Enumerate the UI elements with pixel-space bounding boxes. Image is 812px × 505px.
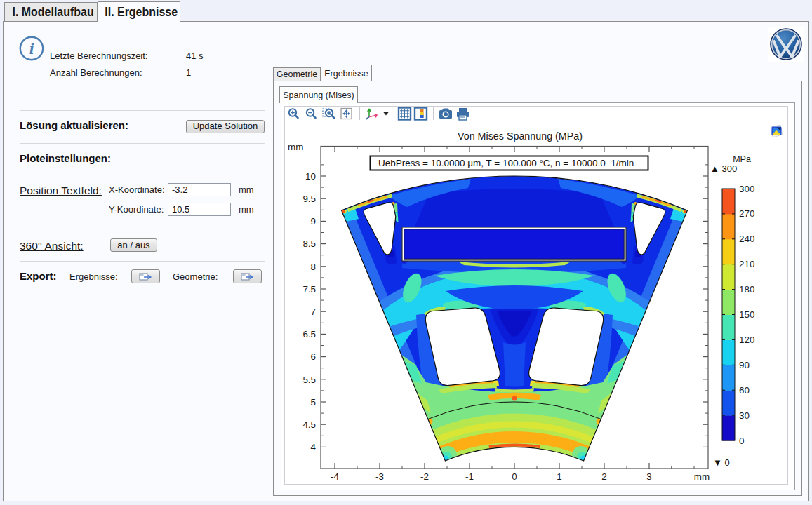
svg-text:7.5: 7.5 <box>302 284 316 295</box>
svg-text:UebPress = 10.0000 μm, T = 100: UebPress = 10.0000 μm, T = 100.000 °C, n… <box>378 158 634 168</box>
svg-text:120: 120 <box>739 335 754 345</box>
svg-text:-4: -4 <box>331 471 339 482</box>
svg-text:mm: mm <box>694 471 710 482</box>
svg-text:-3: -3 <box>375 471 384 482</box>
svg-text:4: 4 <box>311 442 317 452</box>
svg-text:-2: -2 <box>420 471 429 482</box>
svg-text:1: 1 <box>557 471 561 482</box>
svg-text:9.5: 9.5 <box>302 194 316 204</box>
svg-text:7: 7 <box>311 307 316 317</box>
svg-text:240: 240 <box>739 234 754 244</box>
svg-text:0: 0 <box>512 471 517 482</box>
svg-text:150: 150 <box>739 309 754 320</box>
svg-text:270: 270 <box>739 208 754 219</box>
svg-text:10: 10 <box>305 171 316 182</box>
svg-text:6: 6 <box>311 351 316 362</box>
svg-text:60: 60 <box>739 385 750 396</box>
svg-text:5: 5 <box>311 397 316 408</box>
svg-text:5.5: 5.5 <box>302 375 316 385</box>
svg-text:▲ 300: ▲ 300 <box>710 163 737 174</box>
svg-text:90: 90 <box>739 360 750 370</box>
svg-text:0: 0 <box>739 436 744 446</box>
svg-text:Von Mises Spannung (MPa): Von Mises Spannung (MPa) <box>458 130 583 142</box>
svg-text:8.5: 8.5 <box>302 238 316 249</box>
svg-text:mm: mm <box>288 142 303 152</box>
svg-text:2: 2 <box>601 471 606 482</box>
svg-text:4.5: 4.5 <box>302 419 316 430</box>
svg-text:8: 8 <box>311 262 316 272</box>
svg-text:-1: -1 <box>465 471 474 482</box>
svg-text:30: 30 <box>739 410 750 421</box>
svg-text:6.5: 6.5 <box>302 329 316 339</box>
svg-text:MPa: MPa <box>733 154 751 164</box>
svg-text:3: 3 <box>646 471 651 482</box>
svg-text:180: 180 <box>739 284 754 295</box>
svg-text:▼ 0: ▼ 0 <box>713 457 730 468</box>
svg-text:9: 9 <box>311 216 316 227</box>
svg-text:210: 210 <box>739 259 754 269</box>
svg-text:300: 300 <box>739 184 754 194</box>
svg-text:i: i <box>29 39 34 58</box>
